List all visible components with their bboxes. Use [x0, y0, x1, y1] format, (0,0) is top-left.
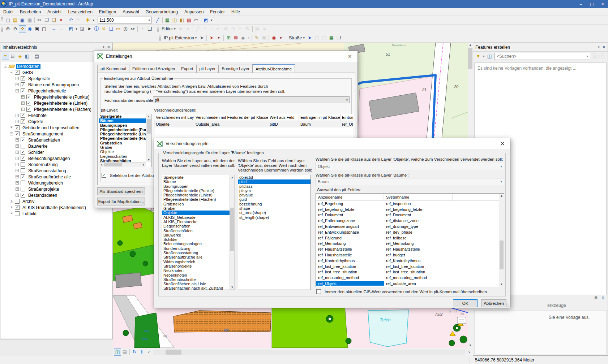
anzeigename-cell[interactable]: ref_Begehung [316, 202, 384, 206]
layer-checkbox[interactable]: ✓ [21, 76, 25, 81]
toolbar-grip[interactable] [1, 17, 3, 23]
editor-menu[interactable]: Editor ▾ [160, 26, 177, 31]
layer-label[interactable]: Beleuchtungsanlagen [27, 156, 71, 161]
list-item[interactable]: shape [238, 206, 311, 211]
table-row[interactable]: ref_Objekt ref_outside_area [316, 281, 498, 286]
table-row[interactable]: ref_Entwaesserungsart ref_drainage_type [316, 224, 498, 229]
layer-label[interactable]: Archiv [21, 199, 35, 204]
table-cell[interactable]: ref_Obj [341, 121, 353, 127]
select-elements-icon[interactable]: ➤ [86, 25, 93, 32]
scroll-up-icon[interactable]: ▲ [499, 194, 504, 198]
settings-tab[interactable]: Export [178, 65, 196, 73]
layer-checkbox[interactable]: ✓ [21, 82, 25, 87]
list-item[interactable]: Spielgeräte [162, 175, 230, 179]
expander-icon[interactable]: + [21, 108, 25, 111]
layer-label[interactable]: Demodaten [16, 64, 40, 69]
ok-button[interactable]: OK [453, 299, 478, 307]
column-header[interactable]: Systemname [384, 194, 453, 200]
list-item[interactable]: Straßenflächen als Linie [162, 282, 230, 286]
hyperlink-icon[interactable]: ↯ [100, 25, 107, 32]
pit-layer-listbox[interactable]: SpielgeräteBäumeBaumgruppenPflegeeinheit… [99, 114, 151, 167]
goto-xy-icon[interactable]: XY [129, 25, 136, 32]
settings-tab[interactable]: Attribut-Übernahme [252, 64, 295, 73]
layer-checkbox[interactable]: ✓ [26, 95, 31, 99]
settings-tab[interactable]: Sonstige Layer [218, 65, 253, 73]
expander-icon[interactable]: + [21, 95, 25, 99]
layer-label[interactable]: GRIS [21, 70, 34, 75]
save-default-button[interactable]: Als Standard speichern [97, 187, 145, 195]
scroll-thumb[interactable] [230, 208, 234, 251]
systemname-cell[interactable]: ref_measuring_method [384, 276, 453, 280]
list-item[interactable]: pitvalue [238, 193, 311, 197]
overwrite-checkbox-row[interactable]: Immer den aktuellen GIS-Wert verwenden u… [316, 289, 487, 294]
layer-label[interactable]: Gebäude und Liegenschaften [21, 125, 80, 130]
list-item[interactable]: st_length(shape) [238, 215, 311, 220]
systemname-cell[interactable]: ref_begehung_letzte [384, 207, 453, 212]
template-filter-icon[interactable]: ▼ [475, 53, 482, 60]
editor-toggle-icon[interactable]: ╱ [154, 17, 161, 24]
viewer-window-icon[interactable]: ❑ [146, 25, 153, 32]
list-item[interactable]: Grabstellen [162, 202, 230, 206]
toolbar-grip[interactable] [159, 35, 161, 41]
menu-item[interactable]: Fenster [207, 8, 228, 16]
export-mapsolution-button[interactable]: Export für MapSolution... [97, 198, 145, 205]
table-row[interactable]: ref_measuring_method ref_measuring_metho… [316, 275, 498, 281]
systemname-cell[interactable]: ref_fellbase [384, 236, 453, 240]
pit-validate-table-icon[interactable]: ▦ [328, 34, 335, 42]
anzeigename-cell[interactable]: ref_Objekt [316, 281, 384, 286]
trace-icon[interactable]: ~ [209, 25, 216, 32]
pit-flash-icon[interactable]: ➣ [277, 34, 284, 42]
layer-checkbox[interactable]: ✓ [21, 156, 25, 161]
expander-icon[interactable]: + [10, 212, 13, 215]
pit-select-map-icon[interactable]: ➤ [198, 34, 205, 42]
list-item[interactable]: ALKIS_Flurstuecke [162, 220, 230, 224]
menu-item[interactable]: Einfügen [96, 8, 119, 16]
table-header-cell[interactable]: Eintrag [341, 114, 353, 121]
pit-buffer-icon[interactable]: ◆ [239, 34, 247, 42]
list-item[interactable]: objectid [238, 175, 311, 179]
table-row[interactable]: ref_Haushaltsstelle ref_Haushaltsstelle [316, 246, 498, 252]
anzeigename-cell[interactable]: ref_Entwaesserungsart [316, 224, 384, 229]
back-extent-icon[interactable]: ← [50, 25, 57, 32]
anzeigename-cell[interactable]: ref_Haushaltsstelle [316, 247, 384, 251]
find-icon[interactable]: ◎ [122, 25, 129, 32]
settings-tab[interactable]: pit-Layer [196, 65, 219, 73]
anzeigename-cell[interactable]: ref_measuring_method [316, 276, 384, 280]
systemname-cell[interactable]: ref_Gemarkung [384, 241, 453, 246]
strasse-tool-icon[interactable]: ▢ [313, 34, 321, 42]
layer-label[interactable]: Straßenaufbrüche alle [27, 174, 72, 179]
anzeigename-cell[interactable]: ref_begehung_letzte [316, 207, 384, 212]
layer-label[interactable]: Objekte [27, 119, 44, 124]
pit-field-table[interactable]: Anzeigename Systemname ref_Begehung ref_… [316, 193, 504, 287]
scroll-thumb[interactable] [468, 48, 472, 69]
expander-icon[interactable]: + [16, 175, 19, 178]
expander-icon[interactable]: − [4, 65, 7, 68]
scroll-left-icon[interactable]: ◄ [99, 162, 104, 167]
layer-label[interactable]: Pflegeeinheitenteile (Flächen) [33, 107, 93, 112]
expander-icon[interactable]: + [16, 77, 19, 80]
scroll-thumb[interactable] [104, 163, 122, 166]
list-item[interactable]: Spielgeräte [99, 114, 146, 118]
data-view-icon[interactable]: ◫ [114, 348, 121, 356]
systemname-cell[interactable]: ref_outside_area [384, 281, 453, 286]
strasse-tool2-icon[interactable]: ▢ [321, 34, 328, 42]
straight-segment-icon[interactable]: ╱ [194, 25, 201, 32]
layer-checkbox[interactable]: ✓ [26, 101, 31, 105]
template-search-input[interactable]: <Suchen> ▾ [494, 53, 590, 60]
edit-annotation-tool-icon[interactable]: ➣ [184, 25, 192, 32]
close-icon[interactable]: ✕ [602, 45, 605, 49]
scroll-down-icon[interactable]: ▼ [146, 157, 151, 162]
settings-tab[interactable]: Editieren und Anzeigen [129, 65, 178, 73]
expander-icon[interactable]: + [10, 206, 13, 209]
list-item[interactable]: Bäume [99, 118, 146, 123]
zoom-in-icon[interactable]: ⊕ [4, 25, 12, 32]
cancel-button[interactable]: Abbrechen [481, 299, 506, 307]
layer-label[interactable]: Sondernutzung [27, 162, 59, 167]
layer-label[interactable]: Straßenschäden [27, 138, 61, 143]
table-row[interactable]: ref_Entwicklungsphase ref_dev_phase [316, 229, 498, 235]
expander-icon[interactable]: + [16, 181, 19, 185]
minimize-button[interactable]: – [575, 2, 586, 6]
list-item[interactable]: Bäume [162, 179, 230, 184]
expander-icon[interactable]: + [16, 144, 19, 148]
copy-icon[interactable]: ❐ [43, 17, 50, 24]
